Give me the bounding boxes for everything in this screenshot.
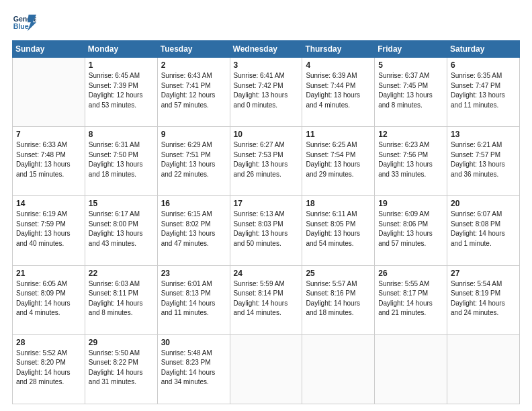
day-header-sunday: Sunday	[13, 41, 85, 58]
calendar-cell: 24Sunrise: 5:59 AM Sunset: 8:14 PM Dayli…	[230, 265, 302, 334]
calendar-cell	[13, 58, 85, 127]
calendar-cell	[302, 334, 375, 404]
days-header-row: SundayMondayTuesdayWednesdayThursdayFrid…	[13, 41, 520, 58]
calendar-cell: 9Sunrise: 6:29 AM Sunset: 7:51 PM Daylig…	[157, 127, 230, 196]
day-number: 23	[161, 269, 226, 278]
day-info: Sunrise: 6:43 AM Sunset: 7:41 PM Dayligh…	[161, 71, 226, 110]
calendar-cell: 6Sunrise: 6:35 AM Sunset: 7:47 PM Daylig…	[447, 58, 520, 127]
day-info: Sunrise: 5:52 AM Sunset: 8:20 PM Dayligh…	[16, 349, 81, 387]
day-number: 9	[161, 130, 226, 139]
day-number: 15	[89, 199, 154, 208]
calendar-cell: 18Sunrise: 6:11 AM Sunset: 8:05 PM Dayli…	[302, 196, 375, 265]
calendar-cell	[447, 334, 520, 404]
day-info: Sunrise: 6:07 AM Sunset: 8:08 PM Dayligh…	[451, 210, 516, 248]
svg-text:Blue: Blue	[13, 22, 29, 30]
calendar-cell: 23Sunrise: 6:01 AM Sunset: 8:13 PM Dayli…	[157, 265, 230, 334]
calendar-table: SundayMondayTuesdayWednesdayThursdayFrid…	[12, 40, 520, 404]
calendar-cell: 15Sunrise: 6:17 AM Sunset: 8:00 PM Dayli…	[85, 196, 157, 265]
calendar-cell: 1Sunrise: 6:45 AM Sunset: 7:39 PM Daylig…	[85, 58, 157, 127]
week-row-3: 14Sunrise: 6:19 AM Sunset: 7:59 PM Dayli…	[13, 196, 520, 265]
day-info: Sunrise: 6:27 AM Sunset: 7:53 PM Dayligh…	[234, 140, 299, 179]
day-number: 25	[306, 269, 371, 278]
day-info: Sunrise: 5:59 AM Sunset: 8:14 PM Dayligh…	[234, 279, 299, 318]
calendar-cell: 12Sunrise: 6:23 AM Sunset: 7:56 PM Dayli…	[375, 127, 447, 196]
header: General Blue	[12, 12, 520, 34]
day-number: 3	[234, 60, 299, 70]
day-info: Sunrise: 6:41 AM Sunset: 7:42 PM Dayligh…	[234, 71, 299, 110]
day-info: Sunrise: 5:48 AM Sunset: 8:23 PM Dayligh…	[161, 349, 226, 387]
week-row-5: 28Sunrise: 5:52 AM Sunset: 8:20 PM Dayli…	[13, 334, 520, 404]
day-info: Sunrise: 5:57 AM Sunset: 8:16 PM Dayligh…	[306, 279, 371, 318]
day-number: 29	[89, 338, 154, 347]
day-header-thursday: Thursday	[302, 41, 375, 58]
day-number: 10	[234, 130, 299, 139]
day-number: 28	[16, 338, 81, 347]
calendar-cell: 21Sunrise: 6:05 AM Sunset: 8:09 PM Dayli…	[13, 265, 85, 334]
day-header-wednesday: Wednesday	[230, 41, 302, 58]
calendar-cell: 10Sunrise: 6:27 AM Sunset: 7:53 PM Dayli…	[230, 127, 302, 196]
calendar-cell: 28Sunrise: 5:52 AM Sunset: 8:20 PM Dayli…	[13, 334, 85, 404]
calendar-cell: 25Sunrise: 5:57 AM Sunset: 8:16 PM Dayli…	[302, 265, 375, 334]
day-number: 2	[161, 60, 226, 70]
day-number: 14	[16, 199, 81, 208]
calendar-cell: 14Sunrise: 6:19 AM Sunset: 7:59 PM Dayli…	[13, 196, 85, 265]
day-info: Sunrise: 6:17 AM Sunset: 8:00 PM Dayligh…	[89, 210, 154, 248]
calendar-cell: 11Sunrise: 6:25 AM Sunset: 7:54 PM Dayli…	[302, 127, 375, 196]
day-info: Sunrise: 6:29 AM Sunset: 7:51 PM Dayligh…	[161, 140, 226, 179]
calendar-cell: 16Sunrise: 6:15 AM Sunset: 8:02 PM Dayli…	[157, 196, 230, 265]
calendar-cell: 26Sunrise: 5:55 AM Sunset: 8:17 PM Dayli…	[375, 265, 447, 334]
day-number: 7	[16, 130, 81, 139]
week-row-1: 1Sunrise: 6:45 AM Sunset: 7:39 PM Daylig…	[13, 58, 520, 127]
week-row-4: 21Sunrise: 6:05 AM Sunset: 8:09 PM Dayli…	[13, 265, 520, 334]
calendar-cell: 8Sunrise: 6:31 AM Sunset: 7:50 PM Daylig…	[85, 127, 157, 196]
day-number: 17	[234, 199, 299, 208]
day-info: Sunrise: 6:37 AM Sunset: 7:45 PM Dayligh…	[378, 71, 443, 110]
day-info: Sunrise: 5:55 AM Sunset: 8:17 PM Dayligh…	[378, 279, 443, 318]
day-info: Sunrise: 6:11 AM Sunset: 8:05 PM Dayligh…	[306, 210, 371, 248]
day-info: Sunrise: 6:05 AM Sunset: 8:09 PM Dayligh…	[16, 279, 81, 318]
day-header-monday: Monday	[85, 41, 157, 58]
day-info: Sunrise: 5:50 AM Sunset: 8:22 PM Dayligh…	[89, 349, 154, 387]
day-info: Sunrise: 6:31 AM Sunset: 7:50 PM Dayligh…	[89, 140, 154, 179]
day-number: 16	[161, 199, 226, 208]
calendar-cell: 30Sunrise: 5:48 AM Sunset: 8:23 PM Dayli…	[157, 334, 230, 404]
day-number: 12	[378, 130, 443, 139]
day-number: 24	[234, 269, 299, 278]
day-number: 11	[306, 130, 371, 139]
day-number: 13	[451, 130, 516, 139]
day-number: 22	[89, 269, 154, 278]
logo-icon: General Blue	[12, 12, 36, 34]
calendar-cell: 5Sunrise: 6:37 AM Sunset: 7:45 PM Daylig…	[375, 58, 447, 127]
calendar-cell: 27Sunrise: 5:54 AM Sunset: 8:19 PM Dayli…	[447, 265, 520, 334]
day-info: Sunrise: 6:39 AM Sunset: 7:44 PM Dayligh…	[306, 71, 371, 110]
day-info: Sunrise: 6:33 AM Sunset: 7:48 PM Dayligh…	[16, 140, 81, 179]
day-info: Sunrise: 5:54 AM Sunset: 8:19 PM Dayligh…	[451, 279, 516, 318]
day-number: 27	[451, 269, 516, 278]
calendar-cell: 17Sunrise: 6:13 AM Sunset: 8:03 PM Dayli…	[230, 196, 302, 265]
calendar-cell: 22Sunrise: 6:03 AM Sunset: 8:11 PM Dayli…	[85, 265, 157, 334]
day-number: 5	[378, 60, 443, 70]
calendar-cell: 19Sunrise: 6:09 AM Sunset: 8:06 PM Dayli…	[375, 196, 447, 265]
day-info: Sunrise: 6:01 AM Sunset: 8:13 PM Dayligh…	[161, 279, 226, 318]
day-number: 8	[89, 130, 154, 139]
day-number: 19	[378, 199, 443, 208]
logo: General Blue	[12, 12, 36, 34]
calendar-cell: 2Sunrise: 6:43 AM Sunset: 7:41 PM Daylig…	[157, 58, 230, 127]
day-number: 4	[306, 60, 371, 70]
calendar-cell: 20Sunrise: 6:07 AM Sunset: 8:08 PM Dayli…	[447, 196, 520, 265]
calendar-cell: 3Sunrise: 6:41 AM Sunset: 7:42 PM Daylig…	[230, 58, 302, 127]
day-header-friday: Friday	[375, 41, 447, 58]
day-info: Sunrise: 6:25 AM Sunset: 7:54 PM Dayligh…	[306, 140, 371, 179]
day-header-saturday: Saturday	[447, 41, 520, 58]
day-number: 1	[89, 60, 154, 70]
calendar-cell: 7Sunrise: 6:33 AM Sunset: 7:48 PM Daylig…	[13, 127, 85, 196]
day-info: Sunrise: 6:15 AM Sunset: 8:02 PM Dayligh…	[161, 210, 226, 248]
day-number: 21	[16, 269, 81, 278]
day-number: 6	[451, 60, 516, 70]
page: General Blue SundayMondayTuesdayWednesda…	[0, 0, 532, 411]
day-info: Sunrise: 6:45 AM Sunset: 7:39 PM Dayligh…	[89, 71, 154, 110]
calendar-cell	[375, 334, 447, 404]
day-info: Sunrise: 6:19 AM Sunset: 7:59 PM Dayligh…	[16, 210, 81, 248]
day-number: 30	[161, 338, 226, 347]
day-number: 26	[378, 269, 443, 278]
